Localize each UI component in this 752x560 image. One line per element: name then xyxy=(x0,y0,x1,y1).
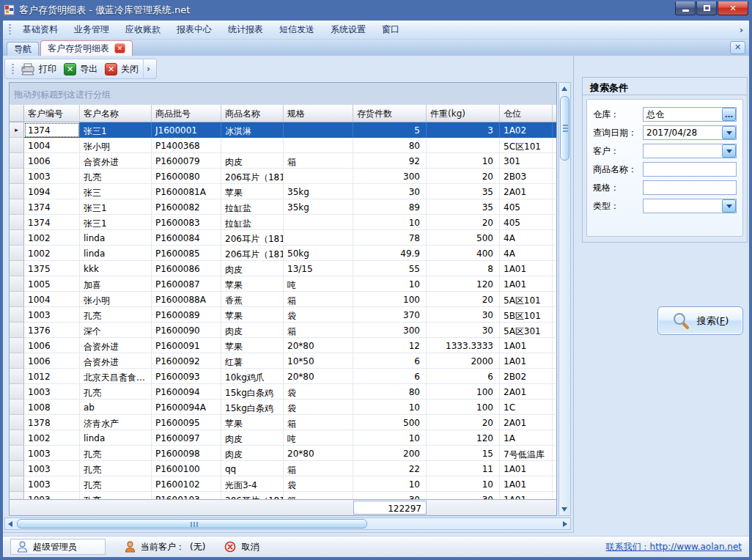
cell[interactable] xyxy=(284,122,353,138)
cell[interactable]: P1600097 xyxy=(152,430,221,446)
cell[interactable]: 合资外进 xyxy=(80,353,152,369)
product-name-input[interactable] xyxy=(643,162,737,177)
cell[interactable]: 1006 xyxy=(24,338,80,353)
date-dropdown-icon[interactable] xyxy=(722,126,736,139)
cell[interactable]: 100 xyxy=(427,384,500,399)
cell[interactable]: 20*80 xyxy=(284,446,353,461)
table-row[interactable]: 1004张小明P1600088A香蕉箱100205A区101 xyxy=(10,292,556,307)
cell[interactable]: 肉皮 xyxy=(221,153,284,169)
cell[interactable]: 1A01 xyxy=(500,353,553,369)
cell[interactable]: 20 xyxy=(427,415,500,430)
cell[interactable]: 120 xyxy=(427,276,500,292)
cell[interactable]: 1005 xyxy=(24,276,80,292)
menu-item[interactable]: 基础资料 xyxy=(15,20,66,40)
menu-item[interactable]: 统计报表 xyxy=(220,20,271,40)
table-row[interactable]: 1003孔亮P1600103206耳片（181…箱30301A01 xyxy=(10,492,556,499)
cell[interactable]: 6 xyxy=(353,369,427,384)
cell[interactable]: 箱 xyxy=(284,461,353,476)
cell[interactable]: 1A01 xyxy=(500,338,553,353)
cell[interactable]: 1378 xyxy=(24,415,80,430)
cell[interactable]: 300 xyxy=(353,323,427,338)
cell[interactable]: 8 xyxy=(427,261,500,276)
cell[interactable]: 肉皮 xyxy=(221,323,284,338)
cell[interactable]: 孔亮 xyxy=(80,169,152,184)
cell[interactable]: 光面3-4 xyxy=(221,476,284,492)
cell[interactable]: 1002 xyxy=(24,246,80,261)
table-row[interactable]: 1374张三1P1600083拉缸盐1020405 xyxy=(10,215,556,230)
cell[interactable]: 1374 xyxy=(24,199,80,215)
cell[interactable]: 400 xyxy=(427,246,500,261)
cell[interactable]: 1008 xyxy=(24,399,80,415)
cell[interactable]: 100 xyxy=(427,399,500,415)
cell[interactable]: 2A01 xyxy=(500,384,553,399)
cell[interactable]: P1600100 xyxy=(152,461,221,476)
cell[interactable]: 35 xyxy=(427,199,500,215)
cell[interactable] xyxy=(221,138,284,153)
vertical-scrollbar[interactable] xyxy=(559,82,571,516)
cell[interactable]: 10 xyxy=(427,153,500,169)
cell[interactable]: J1600001 xyxy=(152,122,221,138)
table-row[interactable]: 1006合资外进P1600091苹果20*80121333.33331A01 xyxy=(10,338,556,353)
cell[interactable]: 孔亮 xyxy=(80,492,152,499)
cell[interactable]: 箱 xyxy=(284,323,353,338)
cell[interactable]: 张三1 xyxy=(80,199,152,215)
toolbar-grip[interactable] xyxy=(12,64,14,75)
cell[interactable]: 箱 xyxy=(284,292,353,307)
cell[interactable]: P1600088A xyxy=(152,292,221,307)
cell[interactable]: P1600093 xyxy=(152,369,221,384)
cell[interactable]: P1600098 xyxy=(152,446,221,461)
cell[interactable]: 1006 xyxy=(24,153,80,169)
cell[interactable]: 15 xyxy=(427,446,500,461)
cell[interactable]: 5 xyxy=(353,122,427,138)
cell[interactable] xyxy=(284,138,353,153)
cell[interactable]: 箱 xyxy=(284,492,353,499)
cell[interactable]: 4A xyxy=(500,230,553,246)
cell[interactable]: 6 xyxy=(353,353,427,369)
scroll-down-icon[interactable] xyxy=(561,507,567,512)
cell[interactable]: 张小明 xyxy=(80,138,152,153)
cell[interactable]: 7号低温库 xyxy=(500,446,553,461)
cell[interactable]: 500 xyxy=(427,230,500,246)
close-button[interactable]: ✕ xyxy=(718,1,748,15)
cell[interactable]: 北京天昌斋食… xyxy=(80,369,152,384)
cell[interactable]: 1003 xyxy=(24,492,80,499)
cell[interactable]: 2B02 xyxy=(500,369,553,384)
cell[interactable]: 3 xyxy=(427,122,500,138)
menu-overflow-icon[interactable]: › xyxy=(736,23,747,37)
cell[interactable]: 1376 xyxy=(24,323,80,338)
cell[interactable]: P1600092 xyxy=(152,353,221,369)
cell[interactable]: 2A01 xyxy=(500,184,553,199)
cell[interactable]: 5B区101 xyxy=(500,307,553,323)
table-row[interactable]: 1003孔亮P160009415kg白条鸡袋801002A01 xyxy=(10,384,556,399)
cell[interactable]: 1002 xyxy=(24,230,80,246)
cell[interactable]: 30 xyxy=(353,492,427,499)
cell[interactable]: 1012 xyxy=(24,369,80,384)
cell[interactable]: 1A02 xyxy=(500,122,553,138)
scroll-left-icon[interactable] xyxy=(8,521,12,527)
cell[interactable]: P1600087 xyxy=(152,276,221,292)
menu-item[interactable]: 系统设置 xyxy=(322,20,374,40)
cell[interactable]: 孔亮 xyxy=(80,446,152,461)
cell[interactable]: 5C区101 xyxy=(500,138,553,153)
cell[interactable]: 加喜 xyxy=(80,276,152,292)
menu-item[interactable]: 窗口 xyxy=(374,20,408,40)
table-row[interactable]: 1002lindaP1600085206耳片（181…50kg49.94004A xyxy=(10,246,556,261)
column-header[interactable]: 商品名称 xyxy=(221,105,284,122)
cell[interactable] xyxy=(284,169,353,184)
cell[interactable]: P1600102 xyxy=(152,476,221,492)
cell[interactable]: 50kg xyxy=(284,246,353,261)
cell[interactable]: qq xyxy=(221,461,284,476)
spec-input[interactable] xyxy=(643,180,737,195)
cell[interactable]: 1004 xyxy=(24,138,80,153)
print-button[interactable]: 打印 xyxy=(18,62,61,77)
cell[interactable]: 合资外进 xyxy=(80,153,152,169)
cell[interactable]: 20 xyxy=(427,215,500,230)
cell[interactable]: 苹果 xyxy=(221,338,284,353)
cell[interactable]: 袋 xyxy=(284,399,353,415)
search-button[interactable]: 搜索(F) xyxy=(657,306,743,335)
cell[interactable]: 120 xyxy=(427,430,500,446)
table-row[interactable]: 1004张小明P1400368805C区101 xyxy=(10,138,556,153)
table-row[interactable]: 1003孔亮P1600102光面3-4袋10101A01 xyxy=(10,476,556,492)
cell[interactable]: 1A xyxy=(500,430,553,446)
cell[interactable]: 孔亮 xyxy=(80,476,152,492)
